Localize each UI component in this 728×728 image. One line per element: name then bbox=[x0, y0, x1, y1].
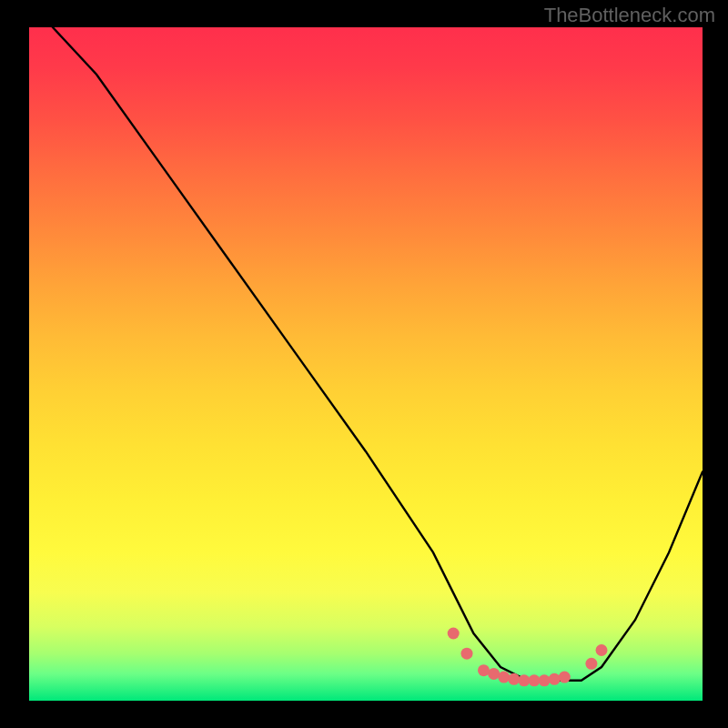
marker-dot bbox=[448, 628, 460, 640]
marker-dot bbox=[529, 674, 541, 686]
bottom-highlight-markers bbox=[448, 628, 608, 687]
watermark-text: TheBottleneck.com bbox=[544, 4, 715, 27]
marker-dot bbox=[549, 673, 561, 685]
chart-svg bbox=[29, 27, 703, 701]
marker-dot bbox=[478, 664, 490, 676]
marker-dot bbox=[508, 673, 520, 685]
plot-area bbox=[29, 27, 703, 701]
chart-container: TheBottleneck.com bbox=[0, 0, 728, 728]
marker-dot bbox=[498, 672, 510, 683]
marker-dot bbox=[518, 674, 530, 686]
marker-dot bbox=[596, 644, 608, 656]
marker-dot bbox=[559, 672, 571, 683]
marker-dot bbox=[461, 648, 473, 660]
marker-dot bbox=[488, 668, 500, 680]
marker-dot bbox=[539, 674, 551, 686]
marker-dot bbox=[585, 658, 597, 670]
curve-path bbox=[53, 27, 703, 681]
